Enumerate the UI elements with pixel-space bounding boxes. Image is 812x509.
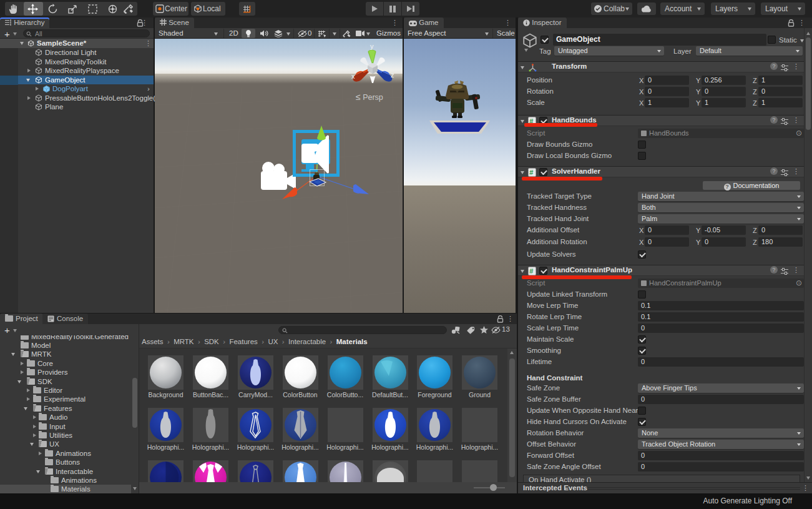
svg-text:y: y bbox=[370, 42, 374, 50]
svg-text:#: # bbox=[529, 169, 533, 176]
svg-text:x: x bbox=[351, 72, 355, 80]
svg-text:z: z bbox=[391, 71, 394, 79]
svg-text:#: # bbox=[529, 267, 533, 275]
